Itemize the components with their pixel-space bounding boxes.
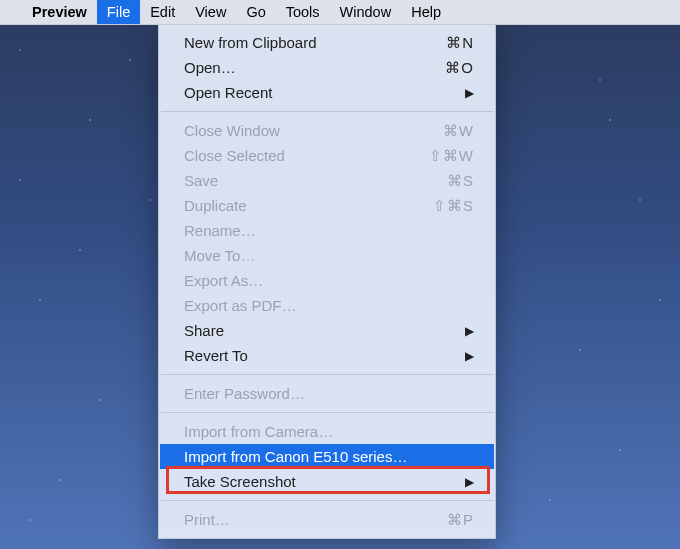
menu-item-label: Move To… <box>184 247 474 264</box>
menu-item-share[interactable]: Share ▶ <box>160 318 494 343</box>
menu-item-label: Close Selected <box>184 147 404 164</box>
submenu-arrow-icon: ▶ <box>465 475 474 489</box>
menu-item-shortcut: ⇧⌘S <box>404 197 474 215</box>
menu-item-label: Rename… <box>184 222 474 239</box>
menu-item-label: Save <box>184 172 404 189</box>
menubar: Preview File Edit View Go Tools Window H… <box>0 0 680 25</box>
menu-item-revert-to[interactable]: Revert To ▶ <box>160 343 494 368</box>
menu-item-export-as: Export As… <box>160 268 494 293</box>
menu-item-move-to: Move To… <box>160 243 494 268</box>
menu-window[interactable]: Window <box>330 0 402 24</box>
menu-go[interactable]: Go <box>236 0 275 24</box>
menu-item-label: Export as PDF… <box>184 297 474 314</box>
menu-item-label: Open Recent <box>184 84 465 101</box>
menu-separator <box>161 111 493 112</box>
menu-item-label: Import from Canon E510 series… <box>184 448 474 465</box>
menu-separator <box>161 412 493 413</box>
menu-item-rename: Rename… <box>160 218 494 243</box>
menu-item-duplicate: Duplicate ⇧⌘S <box>160 193 494 218</box>
submenu-arrow-icon: ▶ <box>465 324 474 338</box>
menu-item-shortcut: ⌘S <box>404 172 474 190</box>
menu-item-label: New from Clipboard <box>184 34 404 51</box>
menu-item-close-window: Close Window ⌘W <box>160 118 494 143</box>
menu-item-take-screenshot[interactable]: Take Screenshot ▶ <box>160 469 494 494</box>
submenu-arrow-icon: ▶ <box>465 349 474 363</box>
menu-item-shortcut: ⌘O <box>404 59 474 77</box>
menu-item-shortcut: ⇧⌘W <box>404 147 474 165</box>
menu-tools[interactable]: Tools <box>276 0 330 24</box>
menu-item-shortcut: ⌘P <box>404 511 474 529</box>
menu-file[interactable]: File <box>97 0 140 24</box>
app-menu[interactable]: Preview <box>22 0 97 24</box>
file-menu-dropdown: New from Clipboard ⌘N Open… ⌘O Open Rece… <box>158 25 496 539</box>
menu-item-label: Import from Camera… <box>184 423 474 440</box>
menu-item-import-from-camera: Import from Camera… <box>160 419 494 444</box>
menu-item-label: Print… <box>184 511 404 528</box>
menu-item-label: Revert To <box>184 347 465 364</box>
menu-item-label: Duplicate <box>184 197 404 214</box>
menu-item-label: Enter Password… <box>184 385 474 402</box>
menu-item-close-selected: Close Selected ⇧⌘W <box>160 143 494 168</box>
menu-view[interactable]: View <box>185 0 236 24</box>
menu-separator <box>161 374 493 375</box>
menu-item-open[interactable]: Open… ⌘O <box>160 55 494 80</box>
menu-item-shortcut: ⌘W <box>404 122 474 140</box>
menu-item-label: Open… <box>184 59 404 76</box>
menu-item-open-recent[interactable]: Open Recent ▶ <box>160 80 494 105</box>
menu-edit[interactable]: Edit <box>140 0 185 24</box>
menu-item-import-from-scanner[interactable]: Import from Canon E510 series… <box>160 444 494 469</box>
menu-separator <box>161 500 493 501</box>
menu-item-print: Print… ⌘P <box>160 507 494 532</box>
menu-item-shortcut: ⌘N <box>404 34 474 52</box>
menu-item-new-from-clipboard[interactable]: New from Clipboard ⌘N <box>160 30 494 55</box>
menu-item-save: Save ⌘S <box>160 168 494 193</box>
menu-help[interactable]: Help <box>401 0 451 24</box>
submenu-arrow-icon: ▶ <box>465 86 474 100</box>
menu-item-enter-password: Enter Password… <box>160 381 494 406</box>
menu-item-label: Export As… <box>184 272 474 289</box>
menu-item-export-as-pdf: Export as PDF… <box>160 293 494 318</box>
menu-item-label: Take Screenshot <box>184 473 465 490</box>
menu-item-label: Share <box>184 322 465 339</box>
menu-item-label: Close Window <box>184 122 404 139</box>
